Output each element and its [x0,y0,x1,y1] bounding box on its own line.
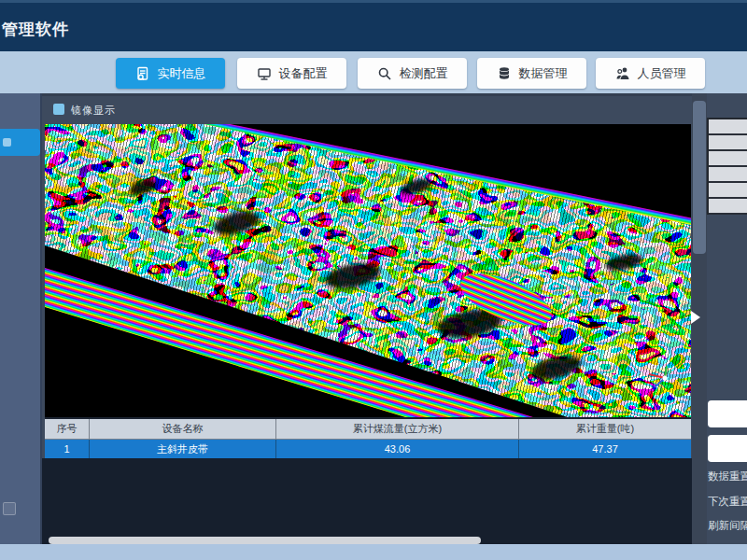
navbar: 实时信息 设备配置 检测配置 数据管理 人员管理 [0,51,747,93]
table-row[interactable]: 1 主斜井皮带 43.06 47.37 [45,440,691,460]
detail-row[interactable] [709,199,747,215]
nav-tab-realtime-info[interactable]: 实时信息 [116,58,225,89]
data-reset-label: 数据重置 [708,469,747,483]
database-icon [497,66,512,81]
device-table: 序号 设备名称 累计煤流量(立方米) 累计重量(吨) 1 主斜井皮带 43.06… [45,417,691,460]
data-reset-input[interactable] [708,400,747,427]
nav-tab-label: 检测配置 [400,65,448,82]
mirror-display-panel: 镜像显示 [42,93,692,544]
window-bottom-strip [0,544,747,560]
nav-tab-device-config[interactable]: 设备配置 [237,58,346,89]
nav-tab-data-management[interactable]: 数据管理 [477,58,586,89]
app-window: 管理软件 实时信息 设备配置 检测配置 数据管理 [0,0,747,560]
next-reset-label: 下次重置 [708,495,747,509]
vertical-scrollbar-thumb[interactable] [693,101,706,254]
detail-row-list [707,118,747,215]
panel-header: 镜像显示 [42,96,692,124]
pointcloud-viewer[interactable] [45,124,691,417]
nav-tab-label: 人员管理 [638,65,686,82]
sidebar-bottom-icon[interactable] [3,502,16,515]
next-reset-input[interactable] [708,435,747,462]
detail-row[interactable] [709,183,747,199]
detail-row[interactable] [709,151,747,167]
detail-row[interactable] [709,135,747,151]
panel-marker-icon [53,104,64,115]
col-header-cumulative-flow: 累计煤流量(立方米) [276,419,519,440]
titlebar: 管理软件 [0,0,747,51]
app-title: 管理软件 [2,19,69,40]
realtime-info-icon [135,66,150,81]
col-header-no: 序号 [45,419,90,440]
sidebar-active-item[interactable] [0,129,40,156]
detail-row[interactable] [709,167,747,183]
nav-tab-personnel-management[interactable]: 人员管理 [596,58,705,89]
cell-cumulative-flow: 43.06 [276,440,519,460]
expand-arrow-icon[interactable] [691,311,700,324]
col-header-device-name: 设备名称 [90,419,276,440]
cell-no: 1 [45,440,90,460]
detail-row[interactable] [709,119,747,135]
refresh-interval-label: 刷新间隔 [708,519,747,533]
table-header-row: 序号 设备名称 累计煤流量(立方米) 累计重量(吨) [45,419,691,440]
nav-tab-label: 数据管理 [519,65,568,82]
axis-gizmo-icon [647,365,673,391]
cell-device-name: 主斜井皮带 [90,440,276,460]
horizontal-scrollbar[interactable] [49,537,481,544]
right-side-panel: 数据重置 下次重置 刷新间隔 [707,93,747,544]
viewport-lower-area [42,458,692,547]
device-config-icon [257,66,272,81]
cell-cumulative-weight: 47.37 [519,440,691,460]
panel-title: 镜像显示 [71,104,116,118]
nav-tab-detection-config[interactable]: 检测配置 [358,58,467,89]
col-header-cumulative-weight: 累计重量(吨) [519,419,691,440]
sidebar-item-icon [3,138,11,147]
left-sidebar [0,93,42,544]
nav-tab-label: 实时信息 [158,65,206,82]
people-icon [615,66,630,81]
nav-tab-label: 设备配置 [279,65,328,82]
magnifier-icon [377,66,392,81]
